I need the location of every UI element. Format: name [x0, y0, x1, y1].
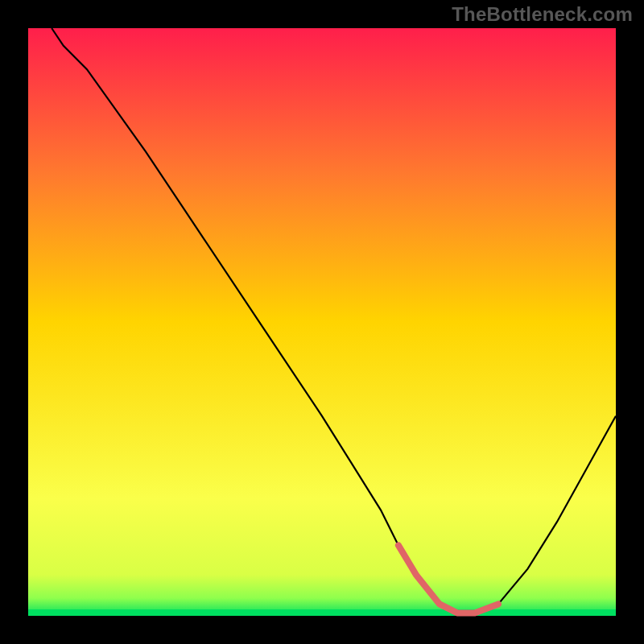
bottom-green-band	[28, 609, 616, 616]
plot-background	[28, 28, 616, 616]
chart-frame: TheBottleneck.com	[0, 0, 644, 644]
bottleneck-chart	[0, 0, 644, 644]
